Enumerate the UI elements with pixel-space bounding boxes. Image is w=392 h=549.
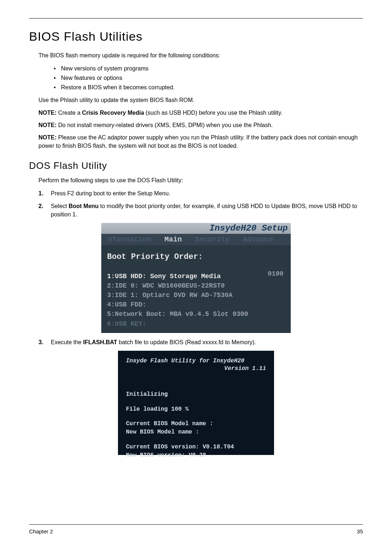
flash-initializing: Initializing xyxy=(126,391,266,398)
step-3: 3. Execute the IFLASH.BAT batch file to … xyxy=(38,338,363,346)
step-number: 3. xyxy=(38,338,43,346)
step-number: 1. xyxy=(38,189,43,198)
bios-boot-item: 6:USB KEY: xyxy=(107,319,285,329)
bios-tab: Main xyxy=(158,235,188,244)
intro-text: The BIOS flash memory update is required… xyxy=(38,52,363,60)
heading-dos-flash-utility: DOS Flash Utility xyxy=(29,160,363,171)
note-label: NOTE: xyxy=(38,134,57,141)
flash-current-model: Current BIOS Model name : xyxy=(126,420,266,428)
bios-tab: Security xyxy=(188,235,236,244)
bios-boot-item: 5:Network Boot: MBA v9.4.5 Slot 0300 xyxy=(107,309,285,319)
bios-boot-item: 2:IDE 0: WDC WD1600BEUS-22RST0 xyxy=(107,281,285,290)
flash-current-version: Current BIOS version: V0.18.T04 xyxy=(126,443,266,451)
bios-title-bar: InsydeH20 Setup xyxy=(101,223,291,234)
bios-boot-item: 4:USB FDD: xyxy=(107,300,285,309)
step-2: 2. Select Boot Menu to modify the boot p… xyxy=(38,202,363,219)
note-label: NOTE: xyxy=(38,122,57,128)
flash-new-model: New BIOS Model name : xyxy=(126,428,266,436)
note-1: NOTE: Create a Crisis Recovery Media (su… xyxy=(38,109,363,117)
step-1: 1. Press F2 during boot to enter the Set… xyxy=(38,189,363,198)
heading-bios-flash-utilities: BIOS Flash Utilities xyxy=(29,29,363,44)
bios-boot-item: 3:IDE 1: Optiarc DVD RW AD-7530A xyxy=(107,290,285,300)
dos-intro: Perform the following steps to use the D… xyxy=(38,176,363,184)
bios-boot-item: 1:USB HDD: Sony Storage Media xyxy=(107,272,285,281)
bullet-list: New versions of system programs New feat… xyxy=(51,64,363,92)
bios-tabs: nformation Main Security Advance xyxy=(101,234,291,245)
bullet-item: New versions of system programs xyxy=(51,64,363,73)
note-3: NOTE: Please use the AC adaptor power su… xyxy=(38,134,363,150)
flash-utility-screenshot: Insyde Flash Utility for InsydeH20 Versi… xyxy=(118,351,274,455)
note-label: NOTE: xyxy=(38,110,57,116)
note-2: NOTE: Do not install memory-related driv… xyxy=(38,121,363,129)
top-rule xyxy=(29,18,363,19)
flash-version: Version 1.1i xyxy=(126,365,266,373)
footer-page-number: 35 xyxy=(357,528,363,534)
bios-tab: Advance xyxy=(236,235,280,244)
flash-title: Insyde Flash Utility for InsydeH20 xyxy=(126,357,266,365)
bios-heading: Boot Priority Order: xyxy=(107,252,285,261)
use-phlash-text: Use the Phlash utility to update the sys… xyxy=(38,96,363,104)
bios-code: 0100 xyxy=(268,270,283,277)
bios-setup-screenshot: InsydeH20 Setup nformation Main Security… xyxy=(101,223,291,333)
bullet-item: Restore a BIOS when it becomes corrupted… xyxy=(51,83,363,92)
flash-new-version: New BIOS version: V0.28 xyxy=(126,452,266,459)
page-footer: Chapter 2 35 xyxy=(29,524,363,534)
bullet-item: New features or options xyxy=(51,73,363,83)
step-number: 2. xyxy=(38,202,43,210)
flash-loading: File loading 100 % xyxy=(126,406,266,413)
footer-chapter: Chapter 2 xyxy=(29,528,53,534)
bios-tab: nformation xyxy=(101,235,158,244)
